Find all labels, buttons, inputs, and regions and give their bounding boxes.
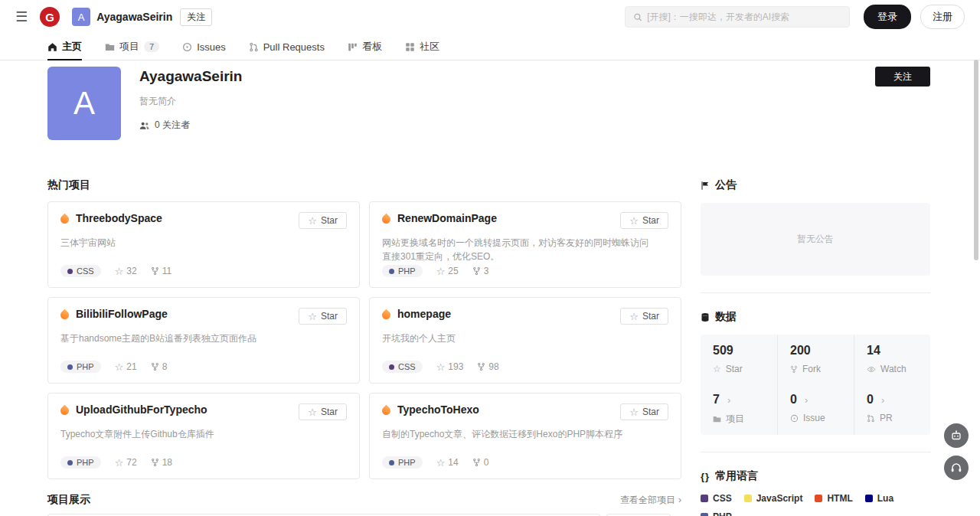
star-button[interactable]: ☆ Star — [299, 308, 347, 325]
stats-panel: 509 ☆ Star 200 Fork 1 — [701, 335, 930, 435]
projects-count-badge: 7 — [144, 41, 159, 52]
view-all-projects-link[interactable]: 查看全部项目 › — [620, 494, 681, 507]
star-icon: ☆ — [629, 312, 639, 322]
star-button-label: Star — [642, 215, 659, 226]
stat-watch: 14 Watch — [854, 335, 930, 384]
profile-info: AyagawaSeirin 暂无简介 0 关注者 — [139, 67, 242, 132]
star-count: ☆ 72 — [115, 457, 137, 468]
language-item[interactable]: CSS — [701, 493, 732, 504]
tab-projects[interactable]: 项目 7 — [105, 34, 159, 60]
project-card[interactable]: ThreebodySpace ☆ Star 三体宇宙网站 CSS — [47, 201, 360, 288]
robot-icon — [950, 429, 962, 442]
project-meta: PHP ☆ 25 3 — [382, 265, 668, 277]
project-card[interactable]: UploadGithubForTypecho ☆ Star Typecho文章附… — [47, 393, 360, 479]
service-robot-button[interactable] — [944, 423, 969, 448]
gitee-logo[interactable]: G — [40, 7, 60, 27]
stat-value: 509 — [713, 344, 777, 358]
language-color-dot — [865, 495, 873, 502]
tab-community[interactable]: 社区 — [405, 34, 439, 60]
star-button[interactable]: ☆ Star — [620, 403, 668, 420]
languages-list: CSS JavaScript HTML Lua — [701, 493, 930, 516]
stat-value: 0 › — [867, 393, 930, 407]
stat-projects-link[interactable]: 7 › 项目 — [701, 384, 777, 435]
project-description: Typecho文章附件上传Github仓库插件 — [60, 427, 335, 441]
language-name: PHP — [77, 458, 94, 467]
register-button[interactable]: 注册 — [920, 5, 965, 29]
topbar-username[interactable]: AyagawaSeirin — [96, 11, 172, 23]
search-box[interactable] — [625, 6, 850, 28]
star-count: ☆ 193 — [436, 361, 464, 372]
sidebar: 公告 暂无公告 数据 509 ☆ Star — [701, 178, 930, 516]
language-item[interactable]: Lua — [865, 493, 893, 504]
follow-button[interactable]: 关注 — [875, 67, 930, 87]
announcement-title: 公告 — [701, 178, 930, 192]
project-card[interactable]: homepage ☆ Star 开坑我的个人主页 CSS ☆ — [369, 297, 681, 384]
language-item[interactable]: PHP — [701, 511, 732, 516]
language-item[interactable]: HTML — [815, 493, 852, 504]
showcase-title: 项目展示 — [47, 493, 90, 507]
project-card[interactable]: TypechoToHexo ☆ Star 自制的Typecho文章、评论数据迁移… — [369, 393, 681, 479]
chevron-right-icon: › — [678, 495, 681, 505]
login-button[interactable]: 登录 — [864, 5, 911, 29]
stat-pr-link[interactable]: 0 › PR — [854, 384, 930, 435]
project-name[interactable]: RenewDomainPage — [397, 212, 497, 224]
star-button[interactable]: ☆ Star — [620, 212, 668, 229]
project-name[interactable]: homepage — [397, 308, 451, 320]
followers-row[interactable]: 0 关注者 — [139, 119, 242, 132]
star-button[interactable]: ☆ Star — [299, 403, 347, 420]
fork-count: 0 — [472, 457, 489, 468]
stat-label: Watch — [867, 364, 930, 374]
star-button-label: Star — [321, 407, 338, 417]
star-count: ☆ 21 — [115, 361, 137, 372]
user-avatar-small[interactable]: A — [72, 8, 90, 26]
top-bar: ☰ G A AyagawaSeirin 关注 登录 注册 — [0, 0, 980, 34]
language-dot — [389, 269, 394, 274]
tab-board[interactable]: 看板 — [348, 34, 382, 60]
project-name[interactable]: BilibiliFollowPage — [76, 308, 168, 320]
project-card[interactable]: BilibiliFollowPage ☆ Star 基于handsome主题的B… — [47, 297, 360, 384]
language-name: CSS — [77, 266, 94, 276]
folder-icon — [105, 42, 115, 52]
customer-service-button[interactable] — [944, 456, 969, 480]
flame-icon — [381, 405, 393, 417]
project-meta: CSS ☆ 193 98 — [382, 361, 668, 373]
scrollbar[interactable] — [974, 60, 978, 260]
chevron-right-icon: › — [727, 394, 730, 406]
profile-name: AyagawaSeirin — [139, 68, 242, 85]
stat-star: 509 ☆ Star — [701, 335, 777, 384]
language-name: PHP — [398, 266, 416, 276]
tab-home[interactable]: 主页 — [47, 34, 82, 60]
project-name[interactable]: ThreebodySpace — [76, 212, 162, 224]
project-meta: PHP ☆ 72 18 — [60, 456, 347, 469]
hamburger-menu-icon[interactable]: ☰ — [15, 10, 28, 24]
stats-title: 数据 — [701, 310, 930, 324]
stats-section: 数据 509 ☆ Star 200 Fork — [701, 310, 930, 452]
project-card[interactable]: RenewDomainPage ☆ Star 网站更换域名时的一个跳转提示页面，… — [369, 201, 681, 288]
language-badge: CSS — [382, 361, 423, 373]
project-description: 三体宇宙网站 — [60, 236, 335, 250]
star-count: ☆ 32 — [115, 266, 137, 276]
fork-icon — [151, 266, 159, 276]
search-input[interactable] — [647, 11, 841, 22]
star-button-label: Star — [642, 311, 659, 322]
stat-issues-link[interactable]: 0 › Issue — [777, 384, 854, 435]
tab-issues[interactable]: Issues — [182, 34, 226, 60]
language-color-dot — [701, 513, 708, 516]
tab-pull-requests[interactable]: Pull Requests — [249, 34, 325, 60]
star-icon: ☆ — [115, 458, 124, 468]
language-item[interactable]: JavaScript — [744, 493, 803, 504]
project-description: 开坑我的个人主页 — [382, 331, 657, 345]
follow-button-small[interactable]: 关注 — [180, 8, 212, 26]
project-name[interactable]: TypechoToHexo — [397, 403, 479, 416]
star-button[interactable]: ☆ Star — [620, 308, 668, 325]
project-name[interactable]: UploadGithubForTypecho — [76, 403, 207, 416]
star-icon: ☆ — [629, 216, 639, 226]
languages-section: {} 常用语言 CSS JavaScript HTML — [701, 469, 930, 516]
language-dot — [67, 364, 73, 370]
tab-label: 项目 — [119, 40, 139, 54]
star-button-label: Star — [321, 311, 338, 322]
stat-label: 项目 — [713, 413, 777, 426]
stat-value: 14 — [867, 344, 930, 358]
star-button[interactable]: ☆ Star — [299, 212, 347, 229]
star-button-label: Star — [321, 215, 338, 226]
